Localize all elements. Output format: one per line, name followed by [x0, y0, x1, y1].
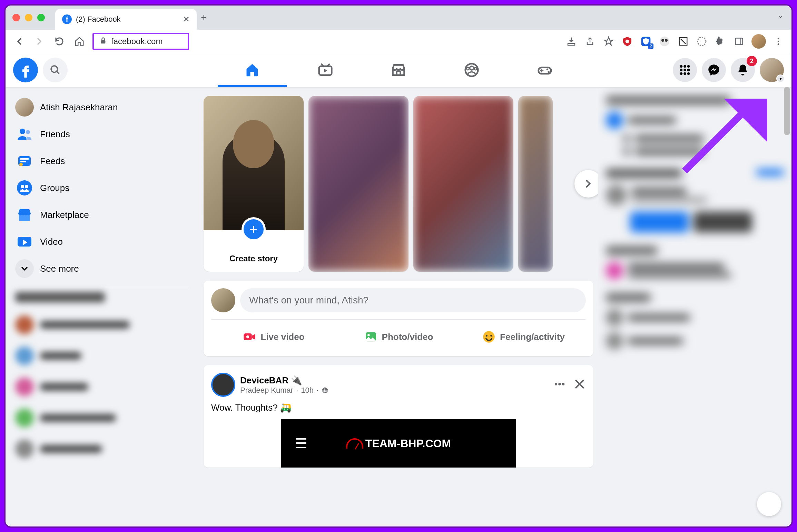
svg-point-31	[20, 129, 25, 134]
facebook-top-nav	[218, 54, 579, 87]
nav-gaming[interactable]	[510, 54, 579, 87]
bookmark-star-icon[interactable]	[602, 35, 615, 48]
video-icon	[318, 62, 333, 78]
facebook-header-right: 2 ▾	[673, 58, 784, 82]
forward-button[interactable]	[32, 34, 46, 48]
nav-groups[interactable]	[437, 54, 506, 87]
left-sidebar: Atish Rajasekharan Friends Feeds Groups …	[6, 87, 199, 526]
sidebar-profile-name: Atish Rajasekharan	[40, 102, 118, 113]
post-image-logo: TEAM-BHP.COM	[346, 437, 451, 450]
sidebar-item-friends[interactable]: Friends	[10, 121, 194, 148]
window-minimize-button[interactable]	[25, 14, 32, 21]
feeling-icon	[482, 330, 496, 344]
svg-point-36	[19, 163, 23, 166]
create-story-card[interactable]: + Create story	[204, 96, 304, 272]
facebook-search-button[interactable]	[43, 58, 68, 82]
marketplace-icon	[391, 62, 406, 78]
svg-point-37	[17, 180, 32, 195]
facebook-favicon: f	[62, 14, 72, 24]
facebook-logo[interactable]	[13, 58, 38, 82]
video-icon	[15, 232, 34, 251]
scrollbar[interactable]	[784, 87, 790, 135]
post-author[interactable]: Pradeep Kumar	[240, 386, 293, 395]
home-button[interactable]	[72, 34, 86, 48]
svg-point-45	[483, 331, 494, 342]
extension-icon-4[interactable]	[677, 35, 689, 48]
marketplace-icon	[15, 205, 34, 224]
sidebar-item-video[interactable]: Video	[10, 228, 194, 255]
browser-tab[interactable]: f (2) Facebook ✕	[55, 9, 197, 30]
extension-ublock-icon[interactable]	[621, 35, 633, 48]
composer-avatar[interactable]	[211, 288, 235, 312]
install-app-icon[interactable]	[565, 35, 578, 48]
messenger-button[interactable]	[702, 58, 726, 82]
notifications-button[interactable]: 2	[731, 58, 755, 82]
reload-button[interactable]	[52, 34, 66, 48]
home-icon	[245, 62, 260, 78]
composer-photo-video[interactable]: Photo/video	[336, 325, 461, 349]
post-menu-button[interactable]	[553, 378, 566, 392]
globe-icon	[321, 387, 329, 394]
groups-icon	[464, 62, 479, 78]
svg-point-16	[470, 66, 474, 70]
post-image[interactable]: ☰ TEAM-BHP.COM	[281, 419, 516, 468]
tabs-dropdown-button[interactable]	[776, 12, 785, 23]
friends-icon	[15, 125, 34, 143]
nav-video[interactable]	[291, 54, 360, 87]
tab-close-button[interactable]: ✕	[183, 14, 190, 24]
svg-point-44	[367, 334, 370, 337]
sidebar-see-more[interactable]: See more	[10, 255, 194, 282]
window-close-button[interactable]	[12, 14, 20, 21]
post-close-button[interactable]	[573, 378, 586, 392]
sidebar-item-marketplace[interactable]: Marketplace	[10, 201, 194, 228]
nav-marketplace[interactable]	[364, 54, 433, 87]
account-avatar-button[interactable]: ▾	[760, 58, 784, 82]
post-page-avatar[interactable]	[211, 373, 235, 397]
svg-point-50	[558, 383, 561, 385]
composer-live-video[interactable]: Live video	[211, 325, 336, 349]
svg-point-24	[687, 65, 690, 68]
extension-icon-3[interactable]	[658, 35, 671, 48]
menu-grid-button[interactable]	[673, 58, 697, 82]
window-maximize-button[interactable]	[37, 14, 45, 21]
new-tab-button[interactable]: +	[201, 12, 207, 23]
svg-point-27	[687, 69, 690, 71]
extension-icon-5[interactable]	[696, 35, 708, 48]
sidebar-item-profile[interactable]: Atish Rajasekharan	[10, 94, 194, 121]
composer-action-label: Live video	[260, 332, 304, 342]
sidebar-item-feeds[interactable]: Feeds	[10, 148, 194, 174]
svg-point-23	[683, 65, 686, 68]
news-feed: + Create story What's on your mind, Atis…	[199, 87, 598, 526]
svg-point-18	[474, 68, 476, 70]
back-button[interactable]	[12, 34, 26, 48]
stories-next-button[interactable]	[574, 170, 598, 198]
messenger-icon	[707, 63, 720, 77]
composer-input[interactable]: What's on your mind, Atish?	[240, 288, 586, 312]
stories-row: + Create story	[204, 96, 593, 272]
right-column	[598, 87, 791, 526]
chrome-profile-avatar[interactable]	[751, 34, 766, 49]
svg-point-47	[490, 335, 492, 337]
share-icon[interactable]	[584, 35, 596, 48]
side-panel-icon[interactable]	[733, 35, 745, 48]
sidebar-item-label: Video	[40, 237, 63, 247]
sidebar-item-groups[interactable]: Groups	[10, 174, 194, 201]
composer-feeling[interactable]: Feeling/activity	[461, 325, 586, 349]
composer-action-label: Feeling/activity	[500, 332, 565, 342]
story-card[interactable]	[413, 96, 513, 272]
extension-bitwarden-icon[interactable]: 2	[640, 35, 652, 48]
new-message-button[interactable]	[757, 492, 781, 516]
nav-home[interactable]	[218, 54, 287, 87]
create-story-label: Create story	[204, 254, 304, 263]
story-card[interactable]	[308, 96, 409, 272]
story-card[interactable]	[518, 96, 553, 272]
svg-point-46	[486, 335, 488, 337]
svg-point-49	[555, 383, 558, 385]
address-bar[interactable]: facebook.com	[92, 33, 189, 50]
extensions-button[interactable]	[714, 35, 727, 48]
svg-point-17	[466, 68, 469, 70]
tab-title: (2) Facebook	[76, 15, 179, 24]
post-page-name[interactable]: DeviceBAR 🔌	[240, 375, 553, 386]
chrome-menu-button[interactable]	[772, 35, 785, 48]
svg-point-30	[687, 72, 690, 75]
